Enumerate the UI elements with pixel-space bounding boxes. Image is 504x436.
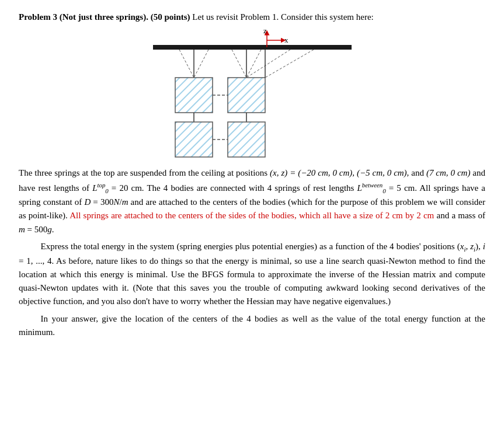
p1-text-a: The three springs at the top are suspend… (19, 168, 270, 177)
spring-top-left-diag1 (179, 50, 194, 78)
spring-top-left-diag2 (194, 50, 208, 78)
box-top-right (228, 78, 265, 113)
p1-text-c: and (409, 168, 426, 177)
diagram: z x (144, 30, 360, 158)
diagram-container: z x (19, 30, 485, 158)
spring-top-right-diag1 (246, 50, 290, 78)
p1-equals-between: = 5 cm. (386, 183, 417, 193)
p1-L-between: L (357, 183, 362, 193)
p1-positions: (x, z) = (−20 cm, 0 cm), (−5 cm, 0 cm), (270, 168, 409, 177)
paragraph-2: Express the total energy in the system (… (19, 240, 485, 309)
p1-red-text: All springs are attached to the centers … (69, 211, 434, 220)
problem-intro: Let us revisit Problem 1. Consider this … (192, 12, 373, 22)
z-label: z (263, 26, 267, 35)
p1-text-j: The 4 bodies are connected with 4 spring… (144, 183, 357, 193)
p1-sup-top: between (362, 182, 383, 189)
x-label: x (284, 36, 289, 44)
p1-pos3: (7 cm, 0 cm) (426, 168, 471, 177)
spring-top-right-diag2 (265, 50, 314, 78)
box-top-left (175, 78, 213, 113)
box-bottom-right (228, 122, 265, 157)
p1-sup-between: top (98, 182, 106, 189)
problem-container: Problem 3 (Not just three springs). (50 … (19, 11, 485, 339)
spring-top-mid-diag1 (232, 50, 246, 78)
spring-top-mid-diag2 (246, 50, 261, 78)
paragraph-3: In your answer, give the location of the… (19, 312, 485, 340)
ceiling-bar (153, 45, 352, 50)
problem-title: Problem 3 (Not just three springs). (50 … (19, 12, 190, 22)
box-bottom-left (175, 122, 213, 157)
p1-equals-top: = 20 cm. (109, 183, 144, 193)
p2-text-a: Express the total energy in the system (… (19, 242, 485, 306)
diagram-svg: z x (144, 30, 360, 158)
p1-L-top: L (92, 183, 97, 193)
p3-text: In your answer, give the location of the… (19, 314, 485, 337)
paragraph-1: The three springs at the top are suspend… (19, 166, 485, 236)
problem-header: Problem 3 (Not just three springs). (50 … (19, 11, 485, 24)
